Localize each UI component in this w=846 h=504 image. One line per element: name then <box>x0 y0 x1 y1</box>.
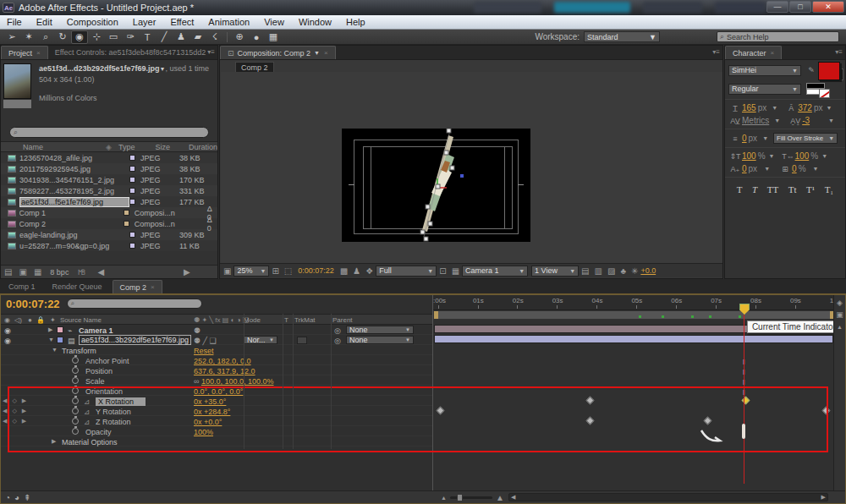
property-value[interactable]: 637.6, 317.9, 12.0 <box>194 367 255 375</box>
expander-icon[interactable]: ▶ <box>48 326 52 333</box>
exposure-reset-icon[interactable]: ✳ <box>631 266 638 276</box>
parent-pickwhip-icon[interactable]: ◎ <box>334 326 341 335</box>
maximize-button[interactable]: □ <box>789 1 811 13</box>
tracking-value[interactable]: -3 <box>802 116 810 125</box>
scroll-right-icon[interactable]: ▶ <box>184 267 190 277</box>
camera-dropdown[interactable]: Camera 1▼ <box>462 266 528 277</box>
column-type[interactable]: Type <box>118 143 155 151</box>
stopwatch-icon[interactable] <box>72 387 79 394</box>
clone-stamp-tool-icon[interactable]: ♟ <box>173 30 190 44</box>
value-text[interactable]: Reset <box>194 347 214 355</box>
keyframe-navigator[interactable]: ◀◇▶ <box>3 397 26 404</box>
item-name[interactable]: 1236570428_afile.jpg <box>19 154 129 162</box>
property-row-position[interactable]: Position637.6, 317.9, 12.0 <box>1 365 432 375</box>
eye-icon[interactable]: ◉ <box>4 316 10 324</box>
trkmat-box[interactable] <box>297 337 307 344</box>
column-name[interactable]: Name <box>23 143 106 151</box>
tsume-value[interactable]: 0 <box>792 164 797 173</box>
stopwatch-icon[interactable] <box>72 357 79 364</box>
menu-item-animation[interactable]: Animation <box>208 17 250 27</box>
fill-color-swatch[interactable] <box>818 62 840 80</box>
eyedropper-icon[interactable]: ✎ <box>805 66 818 74</box>
world-axis-mode-icon[interactable]: ● <box>248 30 265 44</box>
column-source-name[interactable]: Source Name <box>60 316 102 324</box>
faux-italic-button[interactable]: T <box>752 184 757 194</box>
property-label[interactable]: Z Rotation <box>96 418 131 426</box>
region-of-interest-icon[interactable]: ⊡ <box>439 266 446 276</box>
next-keyframe-icon[interactable]: ▶ <box>22 418 26 425</box>
pan-behind-tool-icon[interactable]: ⊹ <box>88 30 105 44</box>
prev-keyframe-icon[interactable]: ◀ <box>3 408 7 414</box>
property-row-opacity[interactable]: Opacity100% <box>1 426 432 436</box>
prev-keyframe-icon[interactable]: ◀ <box>3 418 7 425</box>
property-value[interactable]: Reset <box>194 347 214 355</box>
property-row-x-rotation[interactable]: ◀◇▶⊿X Rotation0x +35.0° <box>1 396 432 406</box>
timeline-horizontal-scrollbar[interactable]: ◀ ▶ <box>508 493 828 501</box>
label-color-chip[interactable] <box>129 232 135 238</box>
layer-color-chip[interactable] <box>57 326 63 333</box>
lock-icon[interactable]: ⊡ <box>228 49 234 58</box>
brush-tool-icon[interactable]: ╱ <box>156 30 173 44</box>
value-text[interactable]: 252.0, 182.0, 0.0 <box>194 357 251 365</box>
expand-in-out-icon[interactable]: ⇞ <box>24 493 30 502</box>
close-icon[interactable]: × <box>771 49 775 57</box>
chevron-down-icon[interactable]: ▼ <box>821 153 827 159</box>
bit-depth-label[interactable]: 8 bpc <box>50 268 69 277</box>
item-name[interactable]: Comp 2 <box>19 220 124 228</box>
table-row[interactable]: Comp 1Composi...nΔ 0 <box>1 207 217 218</box>
layer-row[interactable]: ◉▶⌁Camera 1⚉◎None▼ <box>1 325 432 335</box>
show-snapshot-icon[interactable]: ♟ <box>353 266 360 276</box>
add-keyframe-icon[interactable]: ◇ <box>12 397 16 404</box>
value-text[interactable]: 0.0°, 0.0°, 0.0° <box>194 387 243 396</box>
local-axis-mode-icon[interactable]: ⊕ <box>231 30 248 44</box>
menu-item-window[interactable]: Window <box>299 17 332 27</box>
stopwatch-icon[interactable] <box>72 408 79 414</box>
safe-zones-icon[interactable]: ⊞ <box>272 266 278 276</box>
expand-transfer-controls-icon[interactable]: ◕ <box>14 493 19 502</box>
property-row-scale[interactable]: Scale∞ 100.0, 100.0, 100.0% <box>1 375 432 386</box>
puppet-pin-tool-icon[interactable]: ☇ <box>206 30 223 44</box>
work-area-start-handle[interactable] <box>434 311 438 319</box>
label-color-chip[interactable] <box>124 210 129 216</box>
stopwatch-icon[interactable] <box>72 418 79 425</box>
font-family-dropdown[interactable]: SimHei▼ <box>728 65 801 76</box>
baseline-shift-value[interactable]: 0 <box>742 164 747 173</box>
expander-icon[interactable]: ▼ <box>48 337 54 342</box>
parent-dropdown[interactable]: None▼ <box>346 326 414 334</box>
property-value[interactable]: 100% <box>194 428 213 436</box>
property-row-y-rotation[interactable]: ◀◇▶⊿Y Rotation0x +284.8° <box>1 406 432 416</box>
font-style-dropdown[interactable]: Regular▼ <box>728 84 801 95</box>
switches-column-icons[interactable]: ⚉ ✦ ╲ fx ▤ ◐ ◑ ❑ <box>194 316 249 324</box>
table-row[interactable]: eagle-landing.jpgJPEG309 KB <box>1 229 217 240</box>
menu-item-composition[interactable]: Composition <box>67 17 118 27</box>
layer-name[interactable]: ae51f3d...3b292df5e1fe7f69.jpg <box>79 335 191 345</box>
value-text[interactable]: 0x +0.0° <box>194 418 222 426</box>
timeline-zoom-slider[interactable]: ▲ ▲ <box>441 493 504 502</box>
property-row-z-rotation[interactable]: ◀◇▶⊿Z Rotation0x +0.0° <box>1 416 432 426</box>
faux-bold-button[interactable]: T <box>737 184 743 194</box>
layer-row[interactable]: ◉▼▤ae51f3d...3b292df5e1fe7f69.jpg⚉ ╱ ❑No… <box>1 335 432 345</box>
column-t[interactable]: T <box>284 316 288 324</box>
parent-dropdown[interactable]: None▼ <box>346 336 414 344</box>
scroll-right-icon[interactable]: ▶ <box>821 494 826 501</box>
expander-icon[interactable]: ▶ <box>52 438 56 445</box>
grid-guides-icon[interactable]: ▤ <box>581 266 589 276</box>
no-stroke-swatch[interactable] <box>819 89 830 98</box>
panel-menu-icon[interactable]: ▾≡ <box>835 48 843 56</box>
comp-timecode[interactable]: 0:00:07:22 <box>298 266 334 275</box>
menu-item-layer[interactable]: Layer <box>133 17 157 27</box>
column-parent[interactable]: Parent <box>332 316 353 324</box>
eye-icon[interactable]: ◉ <box>4 337 11 345</box>
property-value[interactable]: 0x +284.8° <box>194 408 230 416</box>
tab-composition[interactable]: ⊡ Composition: Comp 2 ▼ × <box>220 46 336 59</box>
rotation-tool-icon[interactable]: ↻ <box>54 30 71 44</box>
layer-switches[interactable]: ⚉ ╱ ❑ <box>194 337 217 345</box>
property-value[interactable]: 0x +0.0° <box>194 418 222 426</box>
item-name[interactable]: 20117592925945.jpg <box>19 165 129 173</box>
mask-visibility-icon[interactable]: ⬚ <box>284 266 292 276</box>
font-size-value[interactable]: 165 <box>742 103 756 112</box>
time-ruler[interactable]: :00s01s02s03s04s05s06s07s08s09s10s <box>433 295 835 310</box>
keyframe-navigator[interactable]: ◀◇▶ <box>3 408 26 414</box>
comp-marker-bin-icon[interactable]: ◈ <box>834 299 845 307</box>
property-row-transform[interactable]: ▼TransformReset <box>1 345 432 355</box>
